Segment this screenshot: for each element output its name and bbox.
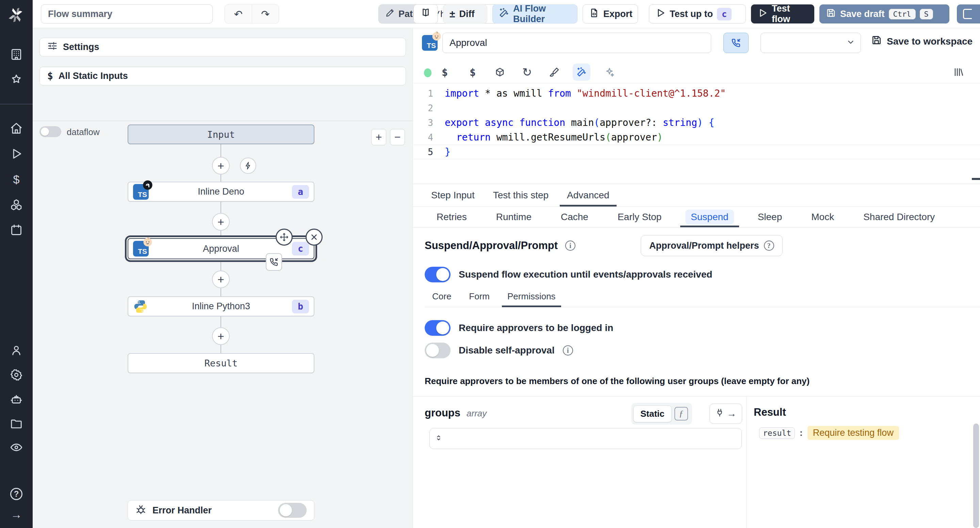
info-icon[interactable]: i	[563, 345, 573, 356]
save-icon	[826, 8, 836, 21]
tab-sleep[interactable]: Sleep	[743, 207, 797, 227]
plug-icon	[715, 408, 724, 420]
save-to-workspace-button[interactable]: Save to workspace	[871, 35, 972, 48]
tab-permissions[interactable]: Permissions	[498, 286, 565, 307]
sidebar-item-settings[interactable]	[0, 364, 33, 386]
suspend-approval-toggle-button[interactable]	[724, 33, 749, 53]
step-name-input[interactable]	[442, 33, 711, 53]
flow-node-input[interactable]: Input	[127, 124, 314, 144]
ai-flow-builder-button[interactable]: AI Flow Builder	[492, 5, 578, 24]
code-line-4[interactable]: 4 return wmill.getResumeUrls(approver)	[413, 130, 980, 145]
step-id-badge: a	[292, 185, 309, 199]
javascript-expr-mode-button[interactable]: ƒ	[675, 407, 688, 420]
collapse-chevrons-icon	[434, 434, 443, 443]
format-brush-button[interactable]	[546, 64, 563, 81]
windmill-logo[interactable]	[6, 5, 27, 25]
panel-scrollbar[interactable]	[973, 423, 979, 528]
approval-prompt-helpers-button[interactable]: Approval/Prompt helpers ?	[641, 235, 783, 256]
script-version-select[interactable]	[760, 33, 861, 53]
test-up-to-button[interactable]: Test up to c	[649, 5, 746, 24]
tab-form[interactable]: Form	[460, 286, 498, 307]
flow-node-result[interactable]: Result	[127, 353, 314, 373]
delete-step-button[interactable]	[305, 229, 323, 246]
result-key-badge[interactable]: result	[759, 427, 795, 439]
add-step-button[interactable]: +	[212, 270, 230, 288]
tab-mock[interactable]: Mock	[797, 207, 849, 227]
add-step-button[interactable]: +	[212, 213, 230, 231]
all-static-inputs-button[interactable]: $ All Static Inputs	[40, 67, 406, 85]
zoom-out-button[interactable]: −	[390, 129, 405, 145]
tab-test-this-step[interactable]: Test this step	[484, 184, 558, 207]
disable-self-approval-toggle[interactable]	[425, 343, 450, 358]
dataflow-toggle[interactable]	[40, 126, 61, 137]
flow-node-inline-python3[interactable]: Inline Python3 b	[127, 296, 314, 316]
sidebar-item-schedules[interactable]	[0, 219, 33, 241]
undo-button[interactable]: ↶	[225, 5, 252, 23]
tab-advanced[interactable]: Advanced	[558, 184, 619, 207]
tab-early-stop[interactable]: Early Stop	[603, 207, 676, 227]
sidebar-item-audit-logs[interactable]	[0, 436, 33, 458]
tab-core[interactable]: Core	[425, 286, 460, 307]
sidebar-item-folders[interactable]	[0, 413, 33, 434]
flow-summary-input[interactable]	[41, 5, 213, 24]
advanced-tabs: RetriesRuntimeCacheEarly StopSuspendSlee…	[413, 207, 980, 227]
groups-value-input[interactable]	[430, 428, 742, 449]
sidebar-item-collapse[interactable]: →	[0, 504, 33, 525]
line-content: return wmill.getResumeUrls(approver)	[433, 132, 663, 143]
tab-step-input[interactable]: Step Input	[422, 184, 484, 207]
info-icon[interactable]: i	[565, 240, 576, 251]
add-step-button[interactable]: +	[212, 157, 230, 175]
suspend-approval-indicator-icon[interactable]	[266, 253, 282, 271]
package-button[interactable]	[491, 64, 509, 81]
flow-settings-button[interactable]: Settings	[40, 38, 406, 56]
code-line-5[interactable]: 5}	[413, 145, 980, 159]
deploy-button-partial[interactable]	[957, 5, 980, 24]
docs-button[interactable]	[414, 5, 438, 24]
require-login-toggle[interactable]	[425, 320, 450, 336]
code-line-1[interactable]: 1import * as wmill from "windmill-client…	[413, 86, 980, 101]
error-handler-bar[interactable]: Error Handler	[127, 500, 314, 520]
users-icon	[10, 344, 23, 357]
tab-cache[interactable]: Cache	[546, 207, 603, 227]
tab-suspend[interactable]: Suspend	[676, 207, 743, 227]
groups-note: Require approvers to be members of one o…	[425, 376, 810, 386]
sidebar-item-resources[interactable]	[0, 194, 33, 216]
tab-shared-directory[interactable]: Shared Directory	[849, 207, 950, 227]
reload-button[interactable]: ↻	[518, 64, 536, 81]
ai-sparkles-button[interactable]	[601, 64, 618, 81]
move-step-button[interactable]	[275, 229, 293, 246]
resources-button[interactable]: $	[464, 64, 482, 81]
library-button[interactable]	[950, 64, 967, 81]
suspend-toggle[interactable]	[425, 267, 450, 282]
sidebar-item-favorites[interactable]	[0, 69, 33, 91]
export-button[interactable]: Export	[582, 5, 638, 24]
tab-runtime[interactable]: Runtime	[482, 207, 546, 227]
save-draft-label: Save draft	[840, 9, 885, 19]
test-flow-button[interactable]: Test flow	[751, 5, 814, 24]
add-step-button[interactable]: +	[212, 327, 230, 345]
sidebar-item-variables[interactable]: $	[0, 169, 33, 190]
save-draft-button[interactable]: Save draft Ctrl S	[819, 5, 950, 24]
sidebar-item-workers[interactable]	[0, 389, 33, 410]
add-trigger-button[interactable]	[240, 157, 256, 174]
flow-node-inline-deno[interactable]: TS Inline Deno a	[127, 182, 314, 202]
sidebar-item-workspace[interactable]	[0, 43, 33, 65]
sidebar-item-home[interactable]	[0, 118, 33, 139]
code-line-3[interactable]: 3export async function main(approver?: s…	[413, 115, 980, 130]
diff-button[interactable]: ± Diff	[443, 5, 487, 24]
code-line-2[interactable]: 2	[413, 101, 980, 115]
static-mode-button[interactable]: Static	[633, 406, 672, 422]
tab-retries[interactable]: Retries	[422, 207, 482, 227]
ai-assistant-button[interactable]	[573, 64, 590, 81]
zoom-in-button[interactable]: +	[371, 129, 386, 145]
redo-button[interactable]: ↷	[252, 5, 279, 23]
variables-button[interactable]: $	[436, 64, 453, 81]
sidebar-item-runs[interactable]	[0, 143, 33, 165]
export-file-icon	[589, 8, 599, 21]
error-handler-toggle[interactable]	[278, 503, 307, 518]
connect-input-button[interactable]: →	[710, 404, 742, 424]
sidebar-item-help[interactable]: ?	[0, 483, 33, 505]
code-editor[interactable]: 1import * as wmill from "windmill-client…	[413, 83, 980, 184]
sidebar-item-users[interactable]	[0, 340, 33, 361]
flow-settings-label: Settings	[63, 42, 99, 52]
